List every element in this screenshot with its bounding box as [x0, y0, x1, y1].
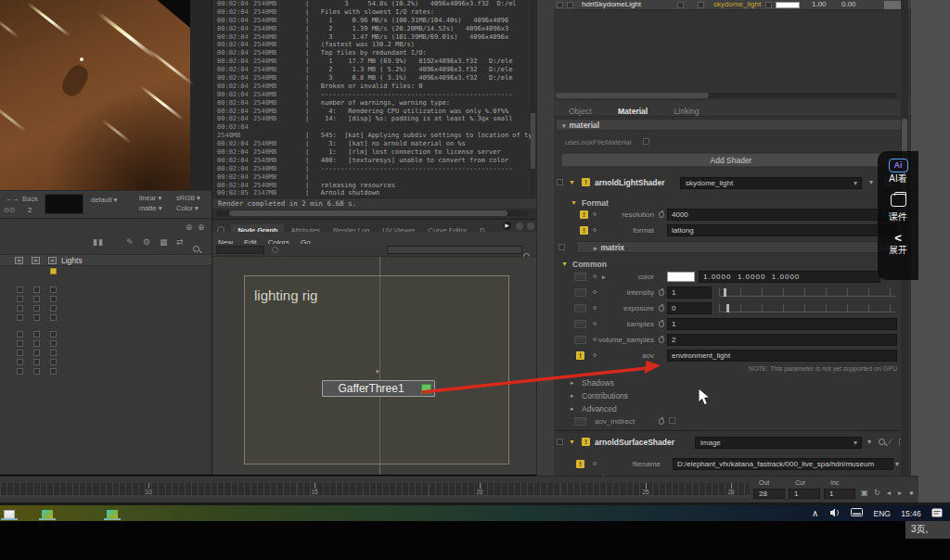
aov-field[interactable]: environment_light: [667, 350, 897, 362]
row-grip-box[interactable]: [557, 179, 563, 185]
light-checkbox[interactable]: [33, 296, 40, 302]
light-checkbox[interactable]: [50, 368, 57, 375]
node-graph-canvas[interactable]: lighting rig ▾ GafferThree1 ▼: [212, 257, 536, 475]
render-log-vscrollbar[interactable]: [531, 2, 535, 195]
add-shader-button[interactable]: Add Shader: [561, 153, 901, 167]
light-checkbox[interactable]: [17, 340, 23, 347]
play-tab-icon[interactable]: ▶: [503, 222, 511, 230]
history-arrows-icon[interactable]: ←→: [6, 195, 19, 203]
light-enabled-flag[interactable]: [50, 268, 57, 274]
contributions-group-row[interactable]: ▸ Contributions: [554, 389, 911, 402]
exposure-field[interactable]: 0: [667, 302, 712, 314]
shader-collapse-icon[interactable]: ▼: [569, 179, 575, 185]
light-color-swatch[interactable]: [776, 2, 800, 8]
loop-mode-icon[interactable]: ▣: [861, 489, 868, 497]
taskbar-app-katana-1[interactable]: [39, 506, 56, 520]
sync-icon[interactable]: [272, 247, 278, 253]
light-checkbox[interactable]: [17, 296, 23, 302]
realtime-icon[interactable]: ●: [909, 489, 914, 497]
colorspace-dropdown[interactable]: linear ▾: [139, 194, 161, 202]
view-dropdown[interactable]: default ▾: [91, 196, 117, 204]
light-checkbox[interactable]: [50, 331, 57, 337]
light-checkbox[interactable]: [33, 340, 40, 347]
inc-field[interactable]: 1: [824, 489, 855, 499]
light-checkbox[interactable]: [17, 305, 23, 312]
light-list-hscrollbar[interactable]: [556, 93, 897, 98]
replay-icon[interactable]: ↻: [874, 489, 880, 497]
light-checkbox[interactable]: [50, 350, 57, 356]
format-group-row[interactable]: ▼ Format: [554, 197, 911, 210]
keyboard-icon[interactable]: [851, 509, 863, 518]
slider-handle[interactable]: [724, 288, 726, 297]
keyframe-clock-icon[interactable]: [659, 211, 664, 218]
front-buffer-swatch[interactable]: [45, 194, 83, 214]
render-log-hscrollbar[interactable]: [216, 210, 528, 216]
panel-options-icon[interactable]: ⊕: [186, 223, 193, 232]
light-checkbox[interactable]: [33, 314, 40, 321]
light-checkbox[interactable]: [33, 368, 40, 375]
light-exposure-value[interactable]: 0.00: [841, 0, 856, 9]
light-intensity-value[interactable]: 1.00: [812, 0, 827, 9]
display-dropdown[interactable]: sRGB ▾: [176, 194, 200, 202]
tab-close-icon[interactable]: [527, 223, 534, 230]
ai-view-button[interactable]: Ai AI看: [878, 151, 918, 185]
light-checkbox[interactable]: [33, 305, 40, 312]
gaffer-three-node[interactable]: GafferThree1: [322, 380, 435, 397]
row-state-box[interactable]: [558, 244, 565, 250]
language-indicator[interactable]: ENG: [874, 509, 891, 518]
courseware-button[interactable]: 课件: [878, 185, 918, 223]
light-checkbox[interactable]: [17, 359, 23, 365]
volume-icon[interactable]: [829, 509, 841, 518]
aov-indirect-checkbox[interactable]: [669, 417, 675, 424]
link-icon[interactable]: ⊙⊙: [4, 206, 16, 214]
solo-checkbox[interactable]: [698, 2, 704, 8]
bookmark-field[interactable]: [387, 246, 522, 254]
scrollbar-thumb[interactable]: [556, 93, 709, 98]
slider-handle[interactable]: [726, 304, 729, 312]
row-grip-box[interactable]: [557, 439, 563, 445]
row-expand-box[interactable]: [557, 2, 563, 8]
format-field[interactable]: latlong: [667, 224, 897, 236]
filename-menu-icon[interactable]: ▾: [895, 460, 899, 468]
lights-list-header[interactable]: Lights: [0, 254, 212, 266]
light-checkbox[interactable]: [33, 350, 40, 356]
surface-shader-dropdown[interactable]: image: [695, 437, 862, 449]
node-view-flag[interactable]: [421, 384, 431, 394]
material-section-header[interactable]: ▾material: [556, 119, 908, 131]
light-checkbox[interactable]: [50, 359, 57, 365]
light-checkbox[interactable]: [33, 331, 40, 337]
scrollbar-thumb[interactable]: [531, 113, 535, 169]
swap-arrows-icon[interactable]: ⇄: [176, 237, 184, 247]
taskbar-app-katana-2[interactable]: [104, 506, 121, 520]
volume-samples-field[interactable]: 2: [667, 334, 897, 346]
filename-field[interactable]: D:/elephant_vfx/katana_fastrack/000_live…: [673, 458, 893, 470]
clock[interactable]: 15:46: [901, 509, 920, 518]
light-checkbox[interactable]: [50, 305, 57, 312]
use-lookfile-checkbox[interactable]: [643, 138, 649, 145]
step-back-icon[interactable]: ◂: [887, 489, 891, 497]
light-checkbox[interactable]: [33, 359, 40, 365]
common-group-row[interactable]: ▼ Common: [554, 258, 911, 271]
light-shader-dropdown[interactable]: skydome_light: [680, 177, 862, 189]
shader-menu-icon[interactable]: ▾: [867, 438, 871, 446]
light-checkbox[interactable]: [50, 286, 57, 293]
color-swatch[interactable]: [667, 272, 695, 282]
tab-overflow-icon[interactable]: [516, 223, 523, 230]
matrix-group-header[interactable]: ▸matrix Add: [576, 241, 899, 253]
state-boxes[interactable]: [574, 417, 586, 426]
notification-icon[interactable]: [931, 509, 943, 518]
light-checkbox[interactable]: [17, 286, 23, 293]
exposure-slider[interactable]: [719, 304, 895, 312]
shader-menu-icon[interactable]: ▾: [869, 178, 873, 186]
samples-field[interactable]: 1: [667, 318, 897, 330]
back-button[interactable]: Back: [22, 195, 38, 203]
color-values-field[interactable]: 1.0000 1.0000 1.0000: [699, 271, 880, 283]
frame-ruler[interactable]: 1015202528: [0, 483, 750, 497]
scrollbar-thumb[interactable]: [229, 210, 507, 216]
shadows-group-row[interactable]: ▸ Shadows: [554, 376, 911, 389]
resolution-field[interactable]: 4000: [667, 209, 897, 221]
tab-material[interactable]: Material: [607, 104, 659, 120]
shader-collapse-icon[interactable]: ▼: [569, 439, 575, 445]
tray-expand-chevron-icon[interactable]: ∧: [812, 508, 818, 518]
panel-split-icon[interactable]: ⊕: [198, 223, 205, 232]
